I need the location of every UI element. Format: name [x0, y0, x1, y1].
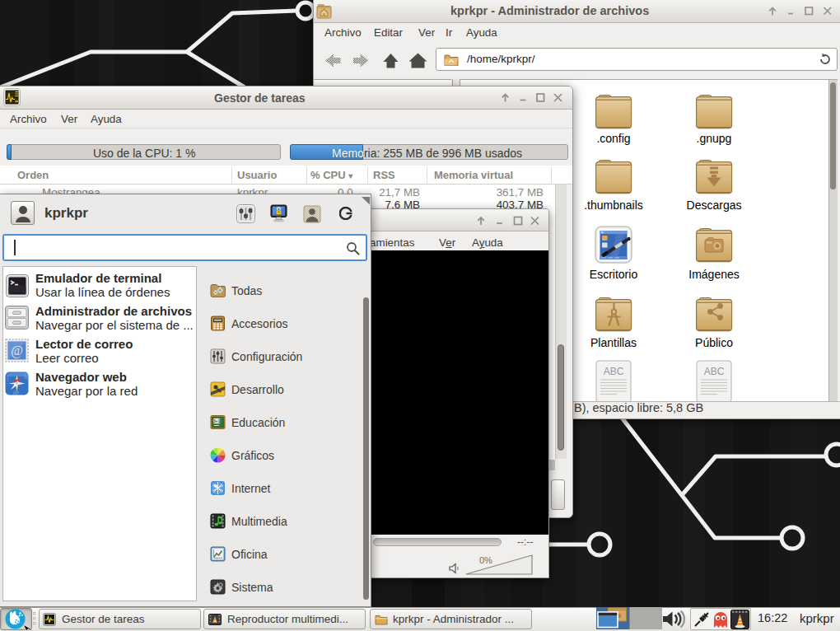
- svg-text:ABC: ABC: [704, 366, 725, 377]
- svg-text:3+1: 3+1: [213, 419, 220, 423]
- svg-text:ABC: ABC: [604, 366, 624, 377]
- svg-text:@: @: [11, 344, 23, 358]
